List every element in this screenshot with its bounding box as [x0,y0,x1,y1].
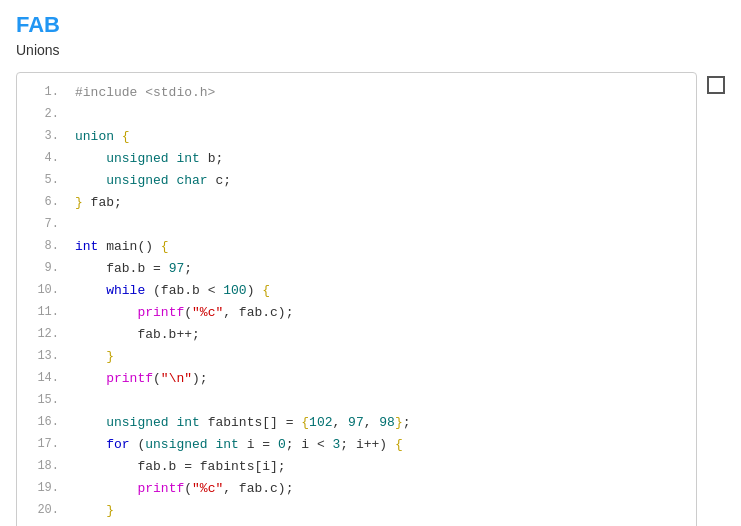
line-num-6: 6. [31,193,59,215]
line-num-5: 5. [31,171,59,193]
code-text-14: printf("\n"); [75,369,208,391]
code-line-19: 19. printf("%c", fab.c); [31,479,682,501]
code-text-3: union { [75,127,130,149]
page-subtitle: Unions [16,42,725,58]
code-line-15: 15. [31,391,682,413]
code-line-5: 5. unsigned char c; [31,171,682,193]
line-num-13: 13. [31,347,59,369]
code-line-17: 17. for (unsigned int i = 0; i < 3; i++)… [31,435,682,457]
code-text-11: printf("%c", fab.c); [75,303,293,325]
line-num-3: 3. [31,127,59,149]
code-line-18: 18. fab.b = fabints[i]; [31,457,682,479]
code-line-8: 8. int main() { [31,237,682,259]
code-text-9: fab.b = 97; [75,259,192,281]
code-block: 1. #include <stdio.h> 2. 3. union { 4. u… [16,72,697,526]
line-num-12: 12. [31,325,59,347]
code-text-6: } fab; [75,193,122,215]
sidebar-icon-area [707,72,725,94]
line-num-11: 11. [31,303,59,325]
line-num-2: 2. [31,105,59,127]
code-line-16: 16. unsigned int fabints[] = {102, 97, 9… [31,413,682,435]
code-line-6: 6. } fab; [31,193,682,215]
code-text-18: fab.b = fabints[i]; [75,457,286,479]
line-num-16: 16. [31,413,59,435]
square-icon[interactable] [707,76,725,94]
code-text-10: while (fab.b < 100) { [75,281,270,303]
code-text-13: } [75,347,114,369]
line-num-18: 18. [31,457,59,479]
code-line-14: 14. printf("\n"); [31,369,682,391]
code-text-4: unsigned int b; [75,149,223,171]
code-line-13: 13. } [31,347,682,369]
code-line-4: 4. unsigned int b; [31,149,682,171]
code-text-20: } [75,501,114,523]
line-num-1: 1. [31,83,59,105]
line-num-9: 9. [31,259,59,281]
code-text-19: printf("%c", fab.c); [75,479,293,501]
line-num-7: 7. [31,215,59,237]
line-num-19: 19. [31,479,59,501]
line-num-17: 17. [31,435,59,457]
code-line-2: 2. [31,105,682,127]
code-line-11: 11. printf("%c", fab.c); [31,303,682,325]
code-text-5: unsigned char c; [75,171,231,193]
line-num-4: 4. [31,149,59,171]
line-num-15: 15. [31,391,59,413]
code-line-20: 20. } [31,501,682,523]
code-text-1: #include <stdio.h> [75,83,215,105]
line-num-14: 14. [31,369,59,391]
code-text-17: for (unsigned int i = 0; i < 3; i++) { [75,435,403,457]
line-num-20: 20. [31,501,59,523]
app-title: FAB [16,12,725,38]
code-line-7: 7. [31,215,682,237]
code-text-12: fab.b++; [75,325,200,347]
code-line-3: 3. union { [31,127,682,149]
code-text-8: int main() { [75,237,169,259]
code-line-9: 9. fab.b = 97; [31,259,682,281]
line-num-10: 10. [31,281,59,303]
line-num-8: 8. [31,237,59,259]
code-line-10: 10. while (fab.b < 100) { [31,281,682,303]
code-line-12: 12. fab.b++; [31,325,682,347]
code-text-16: unsigned int fabints[] = {102, 97, 98}; [75,413,411,435]
code-line-1: 1. #include <stdio.h> [31,83,682,105]
